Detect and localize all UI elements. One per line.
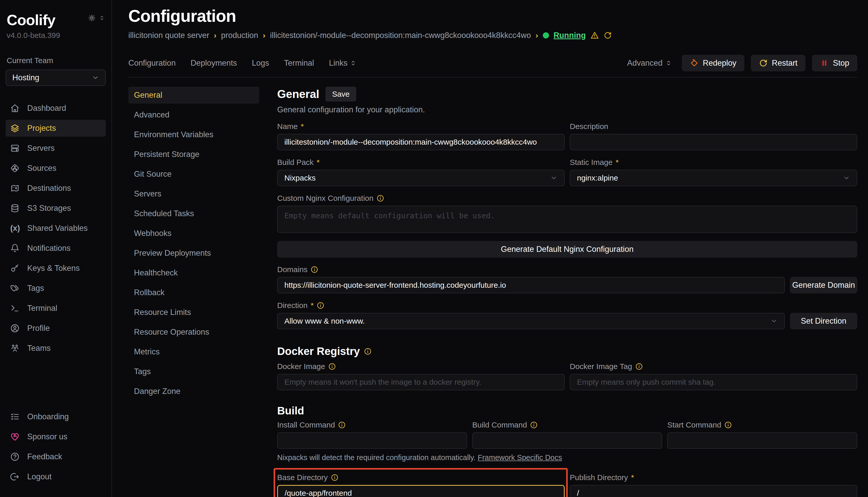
set-direction-button[interactable]: Set Direction <box>790 313 857 329</box>
install-command-input[interactable] <box>277 432 467 449</box>
generate-domain-button[interactable]: Generate Domain <box>790 277 857 293</box>
subnav-item-metrics[interactable]: Metrics <box>128 343 259 360</box>
subnav-item-general[interactable]: General <box>128 87 259 104</box>
info-icon[interactable] <box>530 421 538 429</box>
restart-icon <box>759 59 768 68</box>
app-version: v4.0.0-beta.399 <box>7 31 105 40</box>
tab-terminal[interactable]: Terminal <box>284 58 314 68</box>
subnav-item-advanced[interactable]: Advanced <box>128 106 259 123</box>
status-dot <box>543 32 549 39</box>
info-icon[interactable] <box>317 302 325 309</box>
status-running-link[interactable]: Running <box>554 31 586 40</box>
breadcrumb-environment[interactable]: production <box>221 31 258 40</box>
subnav-item-preview-deployments[interactable]: Preview Deployments <box>128 245 259 261</box>
section-subtitle: General configuration for your applicati… <box>277 105 857 114</box>
name-input[interactable] <box>277 134 565 150</box>
description-input[interactable] <box>570 134 857 150</box>
sidebar-item-dashboard[interactable]: Dashboard <box>6 100 106 117</box>
tab-configuration[interactable]: Configuration <box>128 58 176 68</box>
docker-image-input[interactable] <box>277 374 565 390</box>
sidebar-item-feedback[interactable]: Feedback <box>6 448 106 465</box>
sidebar-item-terminal[interactable]: Terminal <box>6 300 106 317</box>
subnav-item-environment-variables[interactable]: Environment Variables <box>128 126 259 143</box>
refresh-icon[interactable] <box>604 31 612 40</box>
base-directory-label: Base Directory <box>277 473 328 482</box>
info-icon[interactable] <box>311 266 318 273</box>
domains-input[interactable] <box>277 277 785 293</box>
layers-icon <box>10 124 19 133</box>
info-icon[interactable] <box>724 421 732 429</box>
framework-docs-link[interactable]: Framework Specific Docs <box>478 453 562 462</box>
sidebar-item-profile[interactable]: Profile <box>6 320 106 337</box>
breadcrumb-application[interactable]: illicitestonion/-module--decomposition:m… <box>270 31 531 40</box>
subnav-item-persistent-storage[interactable]: Persistent Storage <box>128 146 259 163</box>
subnav-item-servers[interactable]: Servers <box>128 185 259 202</box>
breadcrumb: illicitonion quote server › production ›… <box>128 31 857 40</box>
base-directory-field: Base Directory <box>277 473 565 497</box>
sidebar-item-teams[interactable]: Teams <box>6 340 106 357</box>
subnav-item-healthcheck[interactable]: Healthcheck <box>128 265 259 281</box>
sidebar-footer: Onboarding Sponsor us Feedback Logout <box>6 408 106 485</box>
save-button[interactable]: Save <box>326 87 356 102</box>
info-icon[interactable] <box>331 474 339 481</box>
subnav-item-rollback[interactable]: Rollback <box>128 284 259 301</box>
subnav-item-scheduled-tasks[interactable]: Scheduled Tasks <box>128 205 259 222</box>
sidebar-item-notifications[interactable]: Notifications <box>6 240 106 257</box>
info-icon[interactable] <box>376 194 384 202</box>
generate-nginx-button[interactable]: Generate Default Nginx Configuration <box>277 241 857 257</box>
sidebar-item-sources[interactable]: Sources <box>6 160 106 177</box>
settings-subnav: GeneralAdvancedEnvironment VariablesPers… <box>128 87 259 497</box>
tab-logs[interactable]: Logs <box>252 58 269 68</box>
version-switch-chevrons-icon[interactable] <box>99 15 105 22</box>
sidebar-item-servers[interactable]: Servers <box>6 140 106 157</box>
info-icon[interactable] <box>364 347 372 355</box>
redeploy-button[interactable]: Redeploy <box>682 55 744 71</box>
build-command-input[interactable] <box>472 432 662 449</box>
sidebar-item-logout[interactable]: Logout <box>6 468 106 485</box>
publish-directory-input[interactable] <box>570 485 857 497</box>
restart-button[interactable]: Restart <box>751 55 805 71</box>
subnav-item-resource-limits[interactable]: Resource Limits <box>128 304 259 321</box>
subnav-item-git-source[interactable]: Git Source <box>128 166 259 183</box>
sidebar-item-projects[interactable]: Projects <box>6 120 106 137</box>
home-icon <box>10 104 19 113</box>
key-icon <box>10 264 19 273</box>
sidebar-item-keys-tokens[interactable]: Keys & Tokens <box>6 260 106 277</box>
team-select[interactable]: Hosting <box>6 70 106 86</box>
info-icon[interactable] <box>338 421 346 429</box>
breadcrumb-project[interactable]: illicitonion quote server <box>128 31 209 40</box>
tab-bar: Configuration Deployments Logs Terminal … <box>128 55 857 71</box>
build-pack-select[interactable]: Nixpacks <box>277 170 565 186</box>
braces-x-icon: (x) <box>10 224 19 233</box>
warning-triangle-icon[interactable] <box>590 31 599 40</box>
subnav-item-danger-zone[interactable]: Danger Zone <box>128 383 259 400</box>
sidebar-item-destinations[interactable]: Destinations <box>6 180 106 197</box>
sidebar-item-onboarding[interactable]: Onboarding <box>6 408 106 425</box>
start-command-input[interactable] <box>667 432 857 449</box>
subnav-item-webhooks[interactable]: Webhooks <box>128 225 259 242</box>
chevrons-up-down-icon <box>350 60 356 66</box>
sidebar-item-s3-storages[interactable]: S3 Storages <box>6 200 106 217</box>
info-icon[interactable] <box>328 363 336 370</box>
docker-image-tag-input[interactable] <box>570 374 857 390</box>
tab-deployments[interactable]: Deployments <box>190 58 237 68</box>
user-circle-icon <box>10 324 19 333</box>
tab-links[interactable]: Links <box>329 58 356 68</box>
advanced-dropdown[interactable]: Advanced <box>627 58 672 68</box>
subnav-item-resource-operations[interactable]: Resource Operations <box>128 324 259 341</box>
theme-toggle-sun-icon[interactable] <box>88 14 95 23</box>
build-pack-label: Build Pack <box>277 158 314 167</box>
build-command-label: Build Command <box>472 421 527 429</box>
base-directory-input[interactable] <box>277 485 565 497</box>
sidebar-item-tags[interactable]: Tags <box>6 280 106 297</box>
tab-divider <box>128 77 857 77</box>
stop-button[interactable]: Stop <box>812 55 857 71</box>
sidebar-item-shared-variables[interactable]: (x) Shared Variables <box>6 220 106 237</box>
app-logo: Coolify <box>7 11 55 28</box>
info-icon[interactable] <box>635 363 643 370</box>
direction-select[interactable]: Allow www & non-www. <box>277 313 785 329</box>
static-image-select[interactable]: nginx:alpine <box>570 170 857 186</box>
sidebar-item-sponsor-us[interactable]: Sponsor us <box>6 428 106 445</box>
custom-nginx-textarea[interactable] <box>277 206 857 233</box>
subnav-item-tags[interactable]: Tags <box>128 363 259 380</box>
